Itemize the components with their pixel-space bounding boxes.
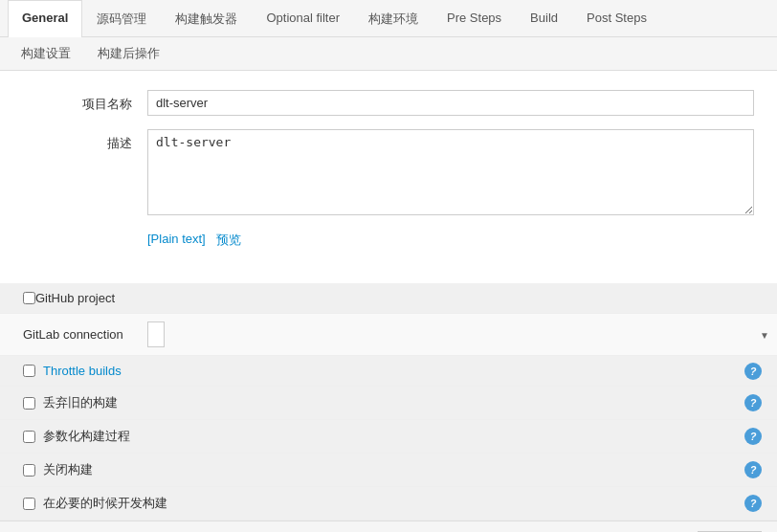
gitlab-select[interactable] [147,321,165,347]
checkbox-row-parameterize: 参数化构建过程? [0,419,777,453]
project-name-control [147,90,754,116]
tab2-post-actions[interactable]: 构建后操作 [84,37,173,70]
help-icon-concurrent[interactable]: ? [744,495,762,512]
project-name-row: 项目名称 [23,90,754,116]
description-control: dlt-server [147,129,754,218]
gitlab-label: GitLab connection [23,327,147,342]
tab2-build-settings[interactable]: 构建设置 [8,37,84,70]
project-name-label: 项目名称 [23,90,147,113]
preview-label-spacer [210,232,213,249]
tab-pre[interactable]: Pre Steps [433,0,516,37]
checkbox-disable[interactable] [23,464,35,477]
plain-text-row: [Plain text] 预览 [23,232,754,249]
checkbox-label-throttle: Throttle builds [43,364,122,378]
github-project-checkbox[interactable] [23,292,35,304]
preview-link[interactable]: 预览 [216,232,241,249]
tab-build[interactable]: Build [516,0,572,37]
checkbox-parameterize[interactable] [23,431,35,443]
gitlab-connection-row: GitLab connection [0,313,777,355]
tab-trigger[interactable]: 构建触发器 [161,0,252,37]
checkbox-row-concurrent: 在必要的时候开发构建? [0,486,777,521]
checkbox-discard[interactable] [23,397,35,410]
help-icon-throttle[interactable]: ? [744,363,762,380]
help-icon-parameterize[interactable]: ? [744,428,762,445]
project-name-input[interactable] [147,90,754,116]
content-area: 项目名称 描述 dlt-server [Plain text] 预览 [0,71,777,283]
bottom-bar: 高级... [0,521,777,532]
help-icon-discard[interactable]: ? [744,394,762,411]
tab-source[interactable]: 源码管理 [82,0,161,37]
tab-env[interactable]: 构建环境 [354,0,433,37]
checkbox-row-throttle: Throttle builds? [0,355,777,386]
description-label: 描述 [23,129,147,152]
checkbox-label-parameterize: 参数化构建过程 [43,428,130,445]
checkbox-section: Throttle builds?丢弃旧的构建?参数化构建过程?关闭构建?在必要的… [0,355,777,521]
github-project-row: GitHub project [0,283,777,313]
checkbox-label-concurrent: 在必要的时候开发构建 [43,495,167,512]
tab-filter[interactable]: Optional filter [252,0,354,37]
github-project-label: GitHub project [35,291,115,305]
checkbox-throttle[interactable] [23,365,35,377]
tab-post[interactable]: Post Steps [572,0,661,37]
checkbox-label-disable: 关闭构建 [43,461,93,478]
tab-general[interactable]: General [8,0,82,37]
gitlab-select-wrapper [147,321,777,347]
description-row: 描述 dlt-server [23,129,754,218]
checkbox-row-discard: 丢弃旧的构建? [0,386,777,419]
help-icon-disable[interactable]: ? [744,461,762,478]
plain-text-link[interactable]: [Plain text] [147,232,206,249]
tab-bar-row2: 构建设置构建后操作 [0,37,777,71]
checkbox-row-disable: 关闭构建? [0,453,777,486]
description-textarea[interactable]: dlt-server [147,129,754,215]
checkbox-label-discard: 丢弃旧的构建 [43,394,118,411]
checkbox-concurrent[interactable] [23,498,35,510]
tab-bar-row1: General源码管理构建触发器Optional filter构建环境Pre S… [0,0,777,37]
